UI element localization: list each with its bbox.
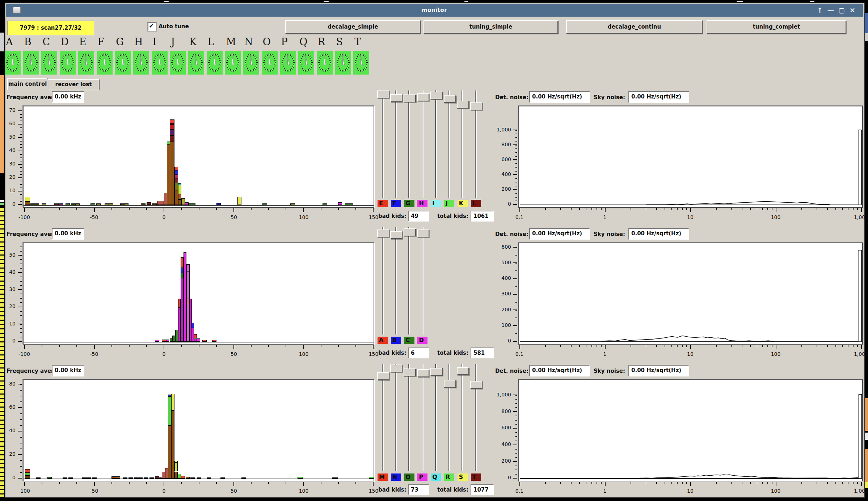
histogram-bar [168,426,171,479]
slider-track-Q[interactable] [435,364,437,471]
slider-handle-E[interactable] [377,90,389,98]
slider-handle-O[interactable] [404,369,416,376]
det-noise-field[interactable]: 0.00 Hz/sqrt(Hz) [529,228,590,240]
array-label-R: R [444,473,454,481]
slider-track-E[interactable] [382,90,384,198]
histogram-bar [178,299,181,307]
histogram-bar [90,203,95,205]
histogram-bar [207,477,211,479]
slider-handle-K[interactable] [457,101,469,109]
bad-kids-label: bad kids: [378,213,406,219]
slider-handle-H[interactable] [417,93,429,101]
sky-noise-label: Sky noise: [594,94,625,101]
histogram-bar [181,268,184,273]
tuning-complet-button[interactable]: tuning_complet [707,20,846,34]
histogram-bar [149,477,154,479]
slider-track-K[interactable] [462,90,463,198]
tab-recover-lost-pixels[interactable]: recover lost pixels [47,79,100,90]
tuning-dial-F [97,51,113,75]
sky-noise-field[interactable]: 0.00 Hz/sqrt(Hz) [628,228,689,240]
frequency-average-field[interactable]: 0.00 kHz [52,228,84,240]
slider-handle-C[interactable] [404,228,416,236]
histogram-bar [212,340,216,342]
slider-handle-M[interactable] [377,372,389,380]
slider-handle-F[interactable] [390,94,403,102]
slider-track-M[interactable] [382,364,384,471]
window-rollup-button[interactable]: ↑ [814,4,825,17]
slider-handle-G[interactable] [404,94,416,102]
slider-track-D[interactable] [422,227,424,334]
tuning-dial-H [133,51,149,75]
histogram-bar [71,203,75,205]
slider-track-H[interactable] [422,90,424,198]
slider-handle-Q[interactable] [430,368,443,376]
window-controls: ↑—▢✕ [814,4,858,17]
frequency-average-field[interactable]: 0.00 kHz [52,365,84,376]
tuning-dial-R [317,51,333,75]
slider-track-I[interactable] [435,90,437,198]
slider-track-T[interactable] [475,364,477,471]
slider-track-L[interactable] [475,90,477,198]
slider-track-G[interactable] [408,90,410,198]
bad-kids-field[interactable]: 6 [408,348,429,358]
slider-handle-T[interactable] [470,381,483,389]
slider-handle-R[interactable] [444,380,456,388]
bad-kids-field[interactable]: 49 [408,211,429,222]
slider-track-S[interactable] [462,364,463,471]
histogram-bar [174,175,178,178]
slider-handle-L[interactable] [470,102,483,110]
array-label-O: O [404,473,414,481]
slider-track-N[interactable] [395,364,397,471]
slider-handle-S[interactable] [457,367,469,375]
histogram-bar [25,473,30,476]
slider-handle-N[interactable] [390,365,403,372]
histogram-bar [116,476,120,479]
slider-handle-A[interactable] [377,230,389,237]
slider-track-A[interactable] [382,227,384,334]
window-minimize-button[interactable]: — [825,4,836,17]
det-noise-field[interactable]: 0.00 Hz/sqrt(Hz) [529,365,590,376]
histogram-bar [194,338,197,342]
histogram-bar [96,203,101,205]
slider-handle-P[interactable] [417,369,429,377]
slider-handle-I[interactable] [430,92,443,100]
total-kids-field[interactable]: 1077 [471,484,494,495]
bad-kids-field[interactable]: 73 [408,484,429,495]
slider-track-R[interactable] [448,364,450,471]
slider-handle-J[interactable] [444,95,456,103]
tab-main-control[interactable]: main control [7,78,48,90]
gauge-letter-H: H [134,36,143,47]
frequency-average-field[interactable]: 0.00 kHz [52,91,84,103]
sky-noise-field[interactable]: 0.00 Hz/sqrt(Hz) [628,91,689,103]
slider-track-P[interactable] [422,364,424,471]
noise-spectrum-plot [518,106,863,208]
auto-tune-checkbox[interactable]: ✔ [148,22,156,31]
histogram-bar [191,328,194,342]
title-bar[interactable]: monitor ↑—▢✕ [6,4,863,17]
slider-track-F[interactable] [395,90,397,198]
gauge-letter-C: C [42,36,50,47]
slider-handle-D[interactable] [417,230,429,237]
window-maximize-button[interactable]: ▢ [836,4,847,17]
tuning-simple-button[interactable]: tuning_simple [424,20,558,34]
checkmark-icon: ✔ [149,22,154,29]
slider-track-O[interactable] [408,364,410,471]
histogram-bar [216,203,221,205]
histogram-bar [155,476,159,479]
slider-track-C[interactable] [408,227,410,334]
histogram-bar [168,396,171,426]
decalage-continu-button[interactable]: decalage_continu [566,20,703,34]
decalage-simple-button[interactable]: decalage_simple [285,20,421,34]
slider-track-J[interactable] [448,90,450,198]
det-noise-field[interactable]: 0.00 Hz/sqrt(Hz) [529,91,590,103]
histogram-bar [25,197,30,202]
total-kids-field[interactable]: 1061 [471,211,494,222]
array-label-P: P [417,473,427,481]
sky-noise-field[interactable]: 0.00 Hz/sqrt(Hz) [628,365,689,376]
total-kids-field[interactable]: 581 [471,348,494,358]
array-label-D: D [417,337,427,344]
slider-track-B[interactable] [395,227,397,334]
slider-handle-B[interactable] [390,231,403,239]
histogram-bar [170,129,175,135]
window-close-button[interactable]: ✕ [847,4,858,17]
